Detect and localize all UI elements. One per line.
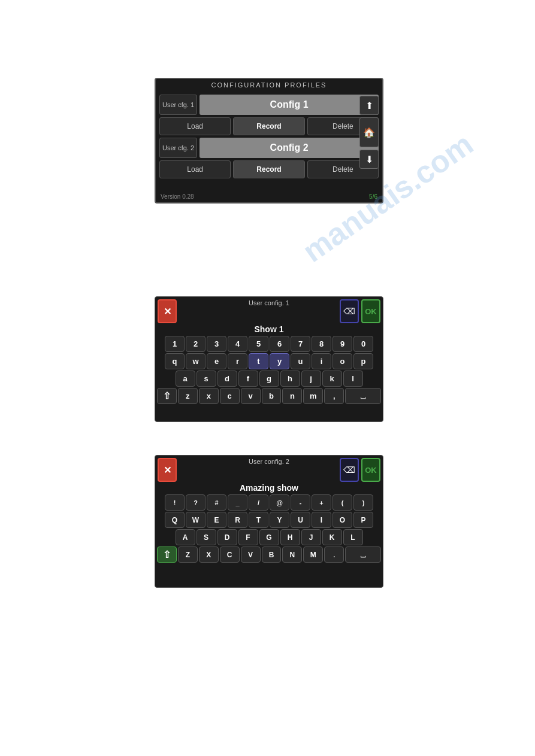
- key-z[interactable]: z: [178, 388, 198, 404]
- key-0[interactable]: 0: [353, 336, 373, 352]
- key-h[interactable]: h: [280, 371, 300, 387]
- record-2-button[interactable]: Record: [233, 160, 304, 178]
- key-7[interactable]: 7: [291, 336, 310, 352]
- key-Z[interactable]: Z: [178, 546, 198, 563]
- key-w[interactable]: w: [186, 353, 205, 369]
- key-1[interactable]: 1: [165, 336, 185, 352]
- key-c[interactable]: c: [220, 388, 240, 404]
- kb-title-1: User config. 1: [249, 299, 289, 306]
- panel-footer: Version 0.28 5/6: [161, 193, 377, 200]
- key-l[interactable]: l: [343, 371, 363, 387]
- action-row-2: Load Record Delete: [159, 160, 379, 178]
- key-P[interactable]: P: [353, 512, 373, 528]
- key-F[interactable]: F: [238, 529, 258, 545]
- key-b[interactable]: b: [262, 388, 282, 404]
- key-n[interactable]: n: [282, 388, 302, 404]
- key-v[interactable]: v: [241, 388, 261, 404]
- key-hash[interactable]: #: [207, 494, 226, 511]
- key-T[interactable]: T: [249, 512, 268, 528]
- key-lparen[interactable]: (: [333, 494, 352, 511]
- key-at[interactable]: @: [270, 494, 289, 511]
- kb-input-row-1: Show 1: [155, 324, 383, 336]
- key-quest[interactable]: ?: [186, 494, 205, 511]
- key-I[interactable]: I: [312, 512, 331, 528]
- key-5[interactable]: 5: [249, 336, 268, 352]
- key-underscore[interactable]: _: [228, 494, 247, 511]
- key-S[interactable]: S: [197, 529, 216, 545]
- key-space[interactable]: ⎵: [345, 388, 381, 404]
- kb-input-1[interactable]: Show 1: [183, 324, 355, 334]
- key-W[interactable]: W: [186, 512, 205, 528]
- key-rparen[interactable]: ): [353, 494, 373, 511]
- key-comma[interactable]: ,: [324, 388, 344, 404]
- key-g[interactable]: g: [259, 371, 279, 387]
- key-f[interactable]: f: [238, 371, 258, 387]
- key-u[interactable]: u: [291, 353, 310, 369]
- shift-key-caps[interactable]: ⇧: [157, 546, 177, 563]
- key-A[interactable]: A: [176, 529, 195, 545]
- key-D[interactable]: D: [217, 529, 237, 545]
- down-button[interactable]: ⬇: [359, 150, 379, 169]
- key-r[interactable]: r: [228, 353, 247, 369]
- key-U[interactable]: U: [291, 512, 310, 528]
- key-B[interactable]: B: [262, 546, 282, 563]
- key-Q[interactable]: Q: [165, 512, 185, 528]
- config-1-name: Config 1: [200, 95, 379, 115]
- key-X[interactable]: X: [199, 546, 219, 563]
- home-button[interactable]: 🏠: [359, 117, 379, 147]
- record-1-button[interactable]: Record: [233, 117, 304, 135]
- load-2-button[interactable]: Load: [159, 160, 231, 178]
- key-2[interactable]: 2: [186, 336, 205, 352]
- key-H[interactable]: H: [280, 529, 300, 545]
- key-J[interactable]: J: [301, 529, 321, 545]
- key-j[interactable]: j: [301, 371, 321, 387]
- key-4[interactable]: 4: [228, 336, 247, 352]
- key-slash[interactable]: /: [249, 494, 268, 511]
- cancel-button-2[interactable]: ✕: [158, 458, 177, 482]
- key-6[interactable]: 6: [270, 336, 289, 352]
- shift-key[interactable]: ⇧: [157, 388, 177, 404]
- key-s[interactable]: s: [197, 371, 216, 387]
- key-e[interactable]: e: [207, 353, 226, 369]
- key-y[interactable]: y: [270, 353, 289, 369]
- key-x[interactable]: x: [199, 388, 219, 404]
- key-O[interactable]: O: [333, 512, 352, 528]
- key-K[interactable]: K: [322, 529, 342, 545]
- ok-button-1[interactable]: OK: [361, 299, 380, 323]
- key-L[interactable]: L: [343, 529, 363, 545]
- key-t[interactable]: t: [249, 353, 268, 369]
- key-k[interactable]: k: [322, 371, 342, 387]
- key-q[interactable]: q: [165, 353, 185, 369]
- kb-input-2[interactable]: Amazing show: [183, 483, 355, 493]
- key-M[interactable]: M: [303, 546, 323, 563]
- key-a[interactable]: a: [176, 371, 195, 387]
- key-period[interactable]: .: [324, 546, 344, 563]
- key-N[interactable]: N: [282, 546, 302, 563]
- backspace-button-1[interactable]: ⌫: [340, 299, 359, 323]
- user-cfg-1-label: User cfg. 1: [159, 95, 197, 115]
- key-p[interactable]: p: [353, 353, 373, 369]
- ok-button-2[interactable]: OK: [361, 458, 380, 482]
- key-plus[interactable]: +: [312, 494, 331, 511]
- key-m[interactable]: m: [303, 388, 323, 404]
- cancel-button-1[interactable]: ✕: [158, 299, 177, 323]
- load-1-button[interactable]: Load: [159, 117, 231, 135]
- key-V[interactable]: V: [241, 546, 261, 563]
- key-d[interactable]: d: [217, 371, 237, 387]
- key-Y[interactable]: Y: [270, 512, 289, 528]
- backspace-button-2[interactable]: ⌫: [340, 458, 359, 482]
- key-E[interactable]: E: [207, 512, 226, 528]
- key-i[interactable]: i: [312, 353, 331, 369]
- key-o[interactable]: o: [333, 353, 352, 369]
- key-3[interactable]: 3: [207, 336, 226, 352]
- key-R[interactable]: R: [228, 512, 247, 528]
- kb-input-row-2: Amazing show: [155, 483, 383, 494]
- key-G[interactable]: G: [259, 529, 279, 545]
- key-9[interactable]: 9: [333, 336, 352, 352]
- key-space-caps[interactable]: ⎵: [345, 546, 381, 563]
- key-excl[interactable]: !: [165, 494, 185, 511]
- key-minus[interactable]: -: [291, 494, 310, 511]
- key-C[interactable]: C: [220, 546, 240, 563]
- key-8[interactable]: 8: [312, 336, 331, 352]
- up-button[interactable]: ⬆: [359, 96, 379, 115]
